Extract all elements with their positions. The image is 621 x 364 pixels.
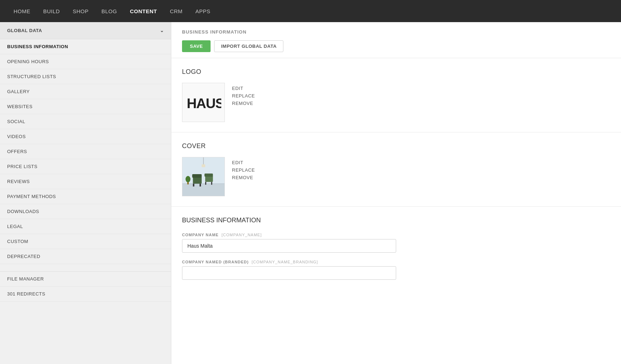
nav-build[interactable]: BUILD [37,0,66,22]
logo-svg: HAUS [186,92,221,113]
svg-rect-2 [182,184,224,196]
top-navigation: HOME BUILD SHOP BLOG CONTENT CRM APPS [0,0,621,22]
sidebar-item-301-redirects[interactable]: 301 REDIRECTS [0,287,171,302]
svg-rect-6 [193,177,202,184]
chevron-down-icon: ⌄ [160,28,164,33]
logo-thumbnail: HAᴁS HAUS [182,83,225,122]
sidebar-item-opening-hours[interactable]: OPENING HOURS [0,54,171,69]
sidebar-item-legal[interactable]: LEGAL [0,219,171,234]
svg-rect-7 [192,174,202,178]
cover-replace-link[interactable]: REPLACE [232,167,255,173]
sidebar-item-business-information[interactable]: BUSINESS INFORMATION [0,39,171,54]
cover-actions: EDIT REPLACE REMOVE [232,157,255,180]
nav-content[interactable]: CONTENT [123,0,163,22]
sidebar-item-payment-methods[interactable]: PAYMENT METHODS [0,189,171,204]
nav-apps[interactable]: APPS [189,0,217,22]
cover-media-row: EDIT REPLACE REMOVE [182,157,610,196]
global-data-section-header[interactable]: GLOBAL DATA ⌄ [0,22,171,39]
button-row: SAVE IMPORT GLOBAL DATA [182,40,610,52]
svg-rect-8 [193,184,195,187]
company-named-branded-label: COMPANY NAMED (BRANDED) [company_name_br… [182,260,610,264]
sidebar-item-social[interactable]: SOCIAL [0,114,171,129]
logo-actions: EDIT REPLACE REMOVE [232,83,255,106]
cover-edit-link[interactable]: EDIT [232,160,255,165]
import-global-data-button[interactable]: IMPORT GLOBAL DATA [214,40,283,52]
company-name-input[interactable] [182,239,396,253]
cover-thumbnail [182,157,225,196]
company-named-branded-field: COMPANY NAMED (BRANDED) [company_name_br… [182,260,610,280]
sidebar-item-file-manager[interactable]: FILE MANAGER [0,271,171,287]
nav-blog[interactable]: BLOG [95,0,123,22]
company-named-branded-input[interactable] [182,266,396,280]
save-button[interactable]: SAVE [182,40,211,52]
cover-image [182,157,224,196]
company-name-field: COMPANY NAME [company_name] [182,233,610,253]
sidebar-item-offers[interactable]: OFFERS [0,144,171,159]
sidebar-nav-list: BUSINESS INFORMATION OPENING HOURS STRUC… [0,39,171,264]
svg-rect-13 [211,182,212,185]
nav-shop[interactable]: SHOP [66,0,95,22]
business-info-form-title: BUSINESS INFORMATION [182,217,610,224]
cover-section: COVER [171,132,621,207]
svg-point-15 [186,176,191,182]
svg-rect-5 [202,165,205,167]
logo-section: LOGO HAᴁS HAUS EDIT REPLACE REMOVE [171,58,621,132]
logo-section-title: LOGO [182,68,610,76]
cover-svg [182,157,224,196]
cover-section-title: COVER [182,142,610,150]
svg-rect-12 [205,182,206,185]
logo-edit-link[interactable]: EDIT [232,86,255,91]
sidebar-item-downloads[interactable]: DOWNLOADS [0,204,171,219]
sidebar-item-deprecated[interactable]: DEPRECATED [0,249,171,264]
svg-rect-11 [205,173,213,177]
sidebar-item-structured-lists[interactable]: STRUCTURED LISTS [0,69,171,84]
sidebar: GLOBAL DATA ⌄ BUSINESS INFORMATION OPENI… [0,22,171,364]
svg-rect-9 [200,184,201,187]
content-header: BUSINESS INFORMATION SAVE IMPORT GLOBAL … [171,22,621,58]
logo-media-row: HAᴁS HAUS EDIT REPLACE REMOVE [182,83,610,122]
content-area: BUSINESS INFORMATION SAVE IMPORT GLOBAL … [171,22,621,364]
sidebar-item-videos[interactable]: VIDEOS [0,129,171,144]
logo-remove-link[interactable]: REMOVE [232,101,255,106]
sidebar-item-custom[interactable]: CUSTOM [0,234,171,249]
global-data-label: GLOBAL DATA [7,28,42,33]
nav-home[interactable]: HOME [7,0,37,22]
content-section-title: BUSINESS INFORMATION [182,29,610,35]
sidebar-item-gallery[interactable]: GALLERY [0,84,171,99]
company-name-label: COMPANY NAME [company_name] [182,233,610,237]
sidebar-item-websites[interactable]: WEBSITES [0,99,171,114]
sidebar-item-reviews[interactable]: REVIEWS [0,174,171,189]
nav-crm[interactable]: CRM [163,0,189,22]
cover-remove-link[interactable]: REMOVE [232,175,255,180]
logo-replace-link[interactable]: REPLACE [232,93,255,98]
sidebar-item-price-lists[interactable]: PRICE LISTS [0,159,171,174]
main-layout: GLOBAL DATA ⌄ BUSINESS INFORMATION OPENI… [0,22,621,364]
business-information-form: BUSINESS INFORMATION COMPANY NAME [compa… [171,207,621,297]
svg-text:HAUS: HAUS [187,96,221,111]
